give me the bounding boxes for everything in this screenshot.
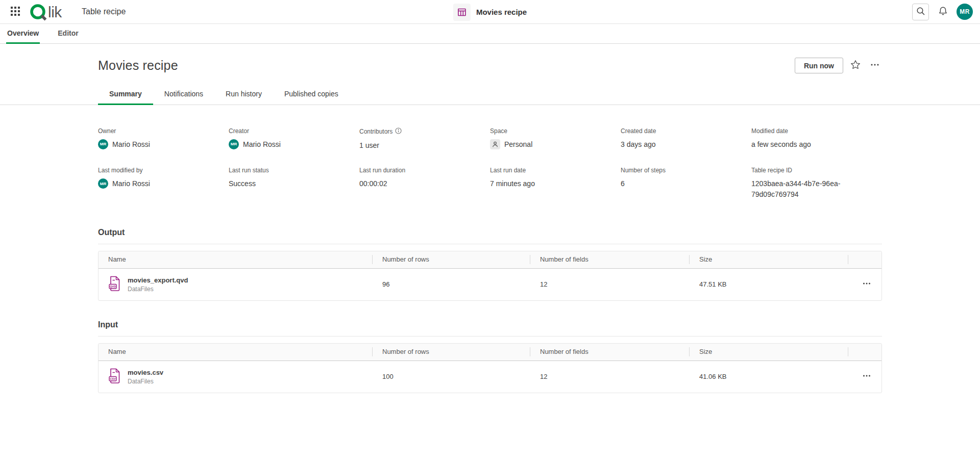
- output-num-rows: 96: [373, 280, 530, 288]
- summary-tabbar: Summary Notifications Run history Publis…: [0, 90, 980, 105]
- meta-modified-date: Modified date a few seconds ago: [751, 127, 882, 150]
- search-icon: [916, 7, 925, 17]
- metadata-grid: Owner MR Mario Rossi Creator MR Mario Ro…: [98, 127, 882, 199]
- input-section: Input Name Number of rows Number of fiel…: [98, 320, 882, 393]
- ellipsis-icon: [863, 372, 871, 381]
- tab-notifications[interactable]: Notifications: [153, 90, 214, 105]
- creator-name: Mario Rossi: [243, 139, 281, 149]
- favorite-button[interactable]: [848, 59, 863, 73]
- last-modified-avatar: MR: [98, 178, 108, 189]
- input-table-header: Name Number of rows Number of fields Siz…: [99, 344, 881, 361]
- main-nav: Overview Editor: [0, 24, 980, 44]
- output-section: Output Name Number of rows Number of fie…: [98, 228, 882, 301]
- topbar-actions: MR: [912, 4, 973, 20]
- meta-created-date: Created date 3 days ago: [621, 127, 751, 150]
- meta-last-modified-by: Last modified by MR Mario Rossi: [98, 167, 229, 199]
- meta-space: Space Personal: [490, 127, 621, 150]
- tab-published-copies[interactable]: Published copies: [273, 90, 350, 105]
- divider: [98, 336, 882, 337]
- input-num-rows: 100: [373, 373, 530, 380]
- meta-owner: Owner MR Mario Rossi: [98, 127, 229, 150]
- column-header-rows[interactable]: Number of rows: [373, 347, 530, 356]
- info-icon[interactable]: [395, 127, 402, 136]
- column-header-size[interactable]: Size: [690, 347, 848, 356]
- modified-date-value: a few seconds ago: [751, 139, 869, 149]
- input-num-fields: 12: [530, 373, 690, 380]
- svg-text:QVD: QVD: [110, 285, 116, 288]
- input-size: 41.06 KB: [690, 373, 848, 380]
- output-size: 47.51 KB: [690, 280, 848, 288]
- tab-run-history[interactable]: Run history: [214, 90, 273, 105]
- app-launcher-button[interactable]: [7, 4, 23, 20]
- app-title: Table recipe: [82, 7, 126, 16]
- topbar-resource[interactable]: Movies recipe: [453, 0, 527, 24]
- meta-last-run-duration: Last run duration 00:00:02: [359, 167, 490, 199]
- column-header-fields[interactable]: Number of fields: [530, 255, 690, 264]
- table-recipe-id-value: 1203baea-a344-4b7e-96ea-79d09c769794: [751, 178, 869, 199]
- last-run-date-value: 7 minutes ago: [490, 178, 607, 189]
- owner-avatar: MR: [98, 139, 108, 149]
- meta-contributors: Contributors 1 user: [359, 127, 490, 150]
- column-header-size[interactable]: Size: [690, 255, 848, 264]
- input-file-name[interactable]: movies.csv: [128, 369, 163, 376]
- ellipsis-icon: [870, 60, 879, 71]
- output-table-header: Name Number of rows Number of fields Siz…: [99, 251, 881, 269]
- bell-icon: [938, 6, 948, 17]
- qvd-file-icon: QVD: [108, 276, 121, 293]
- user-avatar[interactable]: MR: [957, 4, 973, 20]
- personal-space-icon: [490, 139, 500, 149]
- table-row[interactable]: QVD movies_export.qvd DataFiles 96 12 47…: [99, 269, 881, 300]
- meta-creator: Creator MR Mario Rossi: [229, 127, 359, 150]
- column-header-fields[interactable]: Number of fields: [530, 347, 690, 356]
- notifications-button[interactable]: [935, 4, 950, 19]
- output-file-source: DataFiles: [128, 286, 188, 293]
- top-bar: lik Table recipe Movies recipe: [0, 0, 980, 24]
- owner-name: Mario Rossi: [112, 139, 150, 149]
- space-name: Personal: [504, 139, 532, 149]
- meta-number-of-steps: Number of steps 6: [621, 167, 751, 199]
- input-file-source: DataFiles: [128, 378, 163, 385]
- title-actions: Run now: [795, 58, 882, 73]
- star-icon: [850, 60, 861, 71]
- column-header-rows[interactable]: Number of rows: [373, 255, 530, 264]
- title-row: Movies recipe Run now: [98, 58, 882, 73]
- last-run-duration-value: 00:00:02: [359, 178, 477, 189]
- table-recipe-icon: [453, 4, 471, 21]
- topbar-resource-title: Movies recipe: [476, 8, 527, 16]
- input-row-menu-button[interactable]: [859, 369, 874, 384]
- input-table: Name Number of rows Number of fields Siz…: [98, 343, 882, 393]
- waffle-icon: [11, 7, 20, 17]
- svg-text:CSV: CSV: [110, 377, 116, 380]
- last-modified-name: Mario Rossi: [112, 178, 150, 189]
- input-section-title: Input: [98, 320, 882, 329]
- table-row[interactable]: CSV movies.csv DataFiles 100 12 41.06 KB: [99, 361, 881, 393]
- csv-file-icon: CSV: [108, 368, 121, 385]
- ellipsis-icon: [863, 279, 871, 289]
- created-date-value: 3 days ago: [621, 139, 738, 149]
- contributors-value: 1 user: [359, 140, 477, 150]
- divider: [98, 244, 882, 244]
- svg-text:lik: lik: [48, 4, 62, 20]
- number-of-steps-value: 6: [621, 178, 738, 189]
- main-content: Movies recipe Run now: [0, 58, 980, 393]
- column-header-name[interactable]: Name: [99, 347, 373, 356]
- search-button[interactable]: [912, 4, 929, 20]
- meta-last-run-status: Last run status Success: [229, 167, 359, 199]
- output-table: Name Number of rows Number of fields Siz…: [98, 251, 882, 301]
- output-file-name[interactable]: movies_export.qvd: [128, 276, 188, 284]
- more-options-button[interactable]: [868, 59, 882, 73]
- qlik-logo[interactable]: lik: [30, 3, 74, 21]
- meta-table-recipe-id: Table recipe ID 1203baea-a344-4b7e-96ea-…: [751, 167, 882, 199]
- page-title: Movies recipe: [98, 58, 178, 73]
- column-header-name[interactable]: Name: [99, 255, 373, 264]
- tab-overview[interactable]: Overview: [6, 24, 40, 44]
- output-section-title: Output: [98, 228, 882, 237]
- last-run-status-value: Success: [229, 178, 346, 189]
- meta-last-run-date: Last run date 7 minutes ago: [490, 167, 621, 199]
- run-now-button[interactable]: Run now: [795, 58, 843, 73]
- tab-summary[interactable]: Summary: [98, 90, 153, 105]
- output-num-fields: 12: [530, 280, 690, 288]
- tab-editor[interactable]: Editor: [57, 24, 79, 44]
- output-row-menu-button[interactable]: [859, 277, 874, 292]
- creator-avatar: MR: [229, 139, 239, 149]
